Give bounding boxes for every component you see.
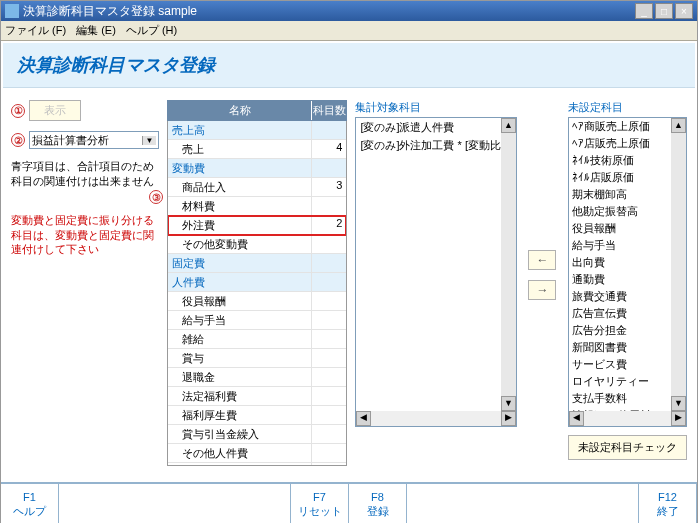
table-row[interactable]: 材料費 — [168, 197, 346, 216]
table-row[interactable]: 売上高 — [168, 121, 346, 140]
page-title: 決算診断科目マスタ登録 — [17, 53, 681, 77]
app-icon — [5, 4, 19, 18]
combo-value: 損益計算書分析 — [32, 133, 109, 148]
fkey-spacer — [407, 484, 639, 523]
table-row[interactable]: 商品仕入3 — [168, 178, 346, 197]
move-left-button[interactable]: ← — [528, 250, 556, 270]
list-item[interactable]: 広告宣伝費 — [569, 305, 686, 322]
function-key-bar: F1ヘルプ F7リセット F8登録 F12終了 — [1, 482, 697, 523]
maximize-button[interactable]: □ — [655, 3, 673, 19]
list-item[interactable]: ﾈｲﾙ技術原価 — [569, 152, 686, 169]
table-row[interactable]: 外注費2 — [168, 216, 346, 235]
unset-subjects-list[interactable]: ﾍｱ商販売上原価ﾍｱ店販売上原価ﾈｲﾙ技術原価ﾈｲﾙ店販原価期末棚卸高他勘定振替… — [568, 117, 687, 427]
list-item[interactable]: ﾍｱ店販売上原価 — [569, 135, 686, 152]
target-subjects-list[interactable]: [変のみ]派遣人件費[変のみ]外注加工費 * [変動比率▲▼ ◀▶ — [355, 117, 517, 427]
note-blue-items: 青字項目は、合計項目のため科目の関連付けは出来ません — [11, 159, 159, 189]
fkey-spacer — [59, 484, 291, 523]
list-item[interactable]: 給与手当 — [569, 237, 686, 254]
middle-panel-label: 集計対象科目 — [355, 100, 517, 115]
table-row[interactable]: 法定福利費 — [168, 387, 346, 406]
hscrollbar[interactable]: ◀▶ — [569, 411, 686, 426]
list-item[interactable]: 広告分担金 — [569, 322, 686, 339]
annotation-1: ① — [11, 104, 25, 118]
table-row[interactable]: 賞与引当金繰入 — [168, 425, 346, 444]
list-item[interactable]: ﾍｱ商販売上原価 — [569, 118, 686, 135]
col-count: 科目数 — [311, 101, 346, 120]
list-item[interactable]: ﾈｲﾙ店販原価 — [569, 169, 686, 186]
list-item[interactable]: 他勘定振替高 — [569, 203, 686, 220]
move-right-button[interactable]: → — [528, 280, 556, 300]
list-item[interactable]: [変のみ]外注加工費 * [変動比率 — [356, 136, 516, 154]
f1-help[interactable]: F1ヘルプ — [1, 484, 59, 523]
titlebar: 決算診断科目マスタ登録 sample _ □ × — [1, 1, 697, 21]
vscrollbar[interactable]: ▲▼ — [671, 118, 686, 411]
table-row[interactable]: 賞与 — [168, 349, 346, 368]
table-row[interactable]: 旅費交通費 — [168, 463, 346, 466]
display-button[interactable]: 表示 — [29, 100, 81, 121]
list-item[interactable]: 出向費 — [569, 254, 686, 271]
list-item[interactable]: ロイヤリティー — [569, 373, 686, 390]
right-panel-label: 未設定科目 — [568, 100, 687, 115]
hscrollbar[interactable]: ◀▶ — [356, 411, 516, 426]
list-item[interactable]: 役員報酬 — [569, 220, 686, 237]
table-row[interactable]: 福利厚生費 — [168, 406, 346, 425]
vscrollbar[interactable]: ▲▼ — [501, 118, 516, 411]
window-title: 決算診断科目マスタ登録 sample — [23, 3, 197, 20]
note-variable-fixed: 変動費と固定費に振り分ける科目は、変動費と固定費に関連付けして下さい — [11, 213, 159, 258]
table-row[interactable]: 変動費 — [168, 159, 346, 178]
table-row[interactable]: 売上4 — [168, 140, 346, 159]
table-row[interactable]: 雑給 — [168, 330, 346, 349]
list-item[interactable]: [変のみ]派遣人件費 — [356, 118, 516, 136]
menu-help[interactable]: ヘルプ (H) — [126, 23, 177, 38]
list-item[interactable]: サービス費 — [569, 356, 686, 373]
list-item[interactable]: 支払手数料 — [569, 390, 686, 407]
table-row[interactable]: その他変動費 — [168, 235, 346, 254]
table-row[interactable]: 退職金 — [168, 368, 346, 387]
annotation-3: ③ — [149, 190, 163, 204]
f12-exit[interactable]: F12終了 — [639, 484, 697, 523]
table-row[interactable]: 給与手当 — [168, 311, 346, 330]
category-table[interactable]: 売上高売上4変動費商品仕入3材料費外注費2その他変動費固定費人件費役員報酬給与手… — [167, 121, 347, 466]
annotation-2: ② — [11, 133, 25, 147]
table-row[interactable]: 役員報酬 — [168, 292, 346, 311]
list-item[interactable]: 通勤費 — [569, 271, 686, 288]
list-item[interactable]: 旅費交通費 — [569, 288, 686, 305]
menu-edit[interactable]: 編集 (E) — [76, 23, 116, 38]
report-type-select[interactable]: 損益計算書分析 ▼ — [29, 131, 159, 149]
f7-reset[interactable]: F7リセット — [291, 484, 349, 523]
page-header: 決算診断科目マスタ登録 — [3, 43, 695, 88]
check-unset-button[interactable]: 未設定科目チェック — [568, 435, 687, 460]
table-row[interactable]: その他人件費 — [168, 444, 346, 463]
table-row[interactable]: 人件費 — [168, 273, 346, 292]
minimize-button[interactable]: _ — [635, 3, 653, 19]
close-button[interactable]: × — [675, 3, 693, 19]
col-name: 名称 — [168, 101, 311, 120]
table-header: 名称 科目数 — [167, 100, 347, 121]
list-item[interactable]: 期末棚卸高 — [569, 186, 686, 203]
dropdown-icon: ▼ — [142, 136, 156, 145]
table-row[interactable]: 固定費 — [168, 254, 346, 273]
f8-register[interactable]: F8登録 — [349, 484, 407, 523]
menubar: ファイル (F) 編集 (E) ヘルプ (H) — [1, 21, 697, 41]
list-item[interactable]: 新聞図書費 — [569, 339, 686, 356]
menu-file[interactable]: ファイル (F) — [5, 23, 66, 38]
